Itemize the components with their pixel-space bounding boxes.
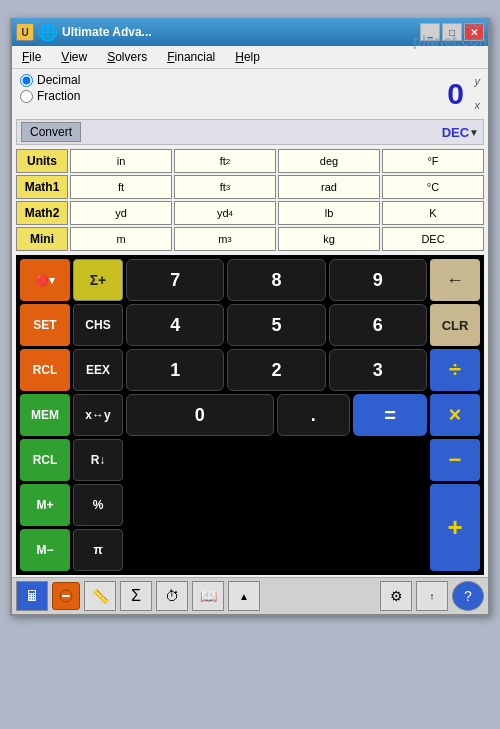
menu-bar: File View Solvers Financial Help <box>12 46 488 69</box>
btn-xy[interactable]: x↔y <box>73 394 123 436</box>
btn-multiply[interactable]: × <box>430 394 480 436</box>
btn-mem[interactable]: MEM <box>20 394 70 436</box>
unit-btn-m[interactable]: m <box>70 227 172 251</box>
unit-btn-degF[interactable]: °F <box>382 149 484 173</box>
btn-chs[interactable]: CHS <box>73 304 123 346</box>
toolbar-sigma[interactable]: Σ <box>120 581 152 611</box>
btn-rcl-left2[interactable]: RCL <box>20 439 70 481</box>
convert-bar: Convert DEC ▼ <box>16 119 484 145</box>
fraction-radio[interactable] <box>20 90 33 103</box>
toolbar-ruler[interactable]: 📏 <box>84 581 116 611</box>
convert-arrow: ▼ <box>469 127 479 138</box>
btn-divide[interactable]: ÷ <box>430 349 480 391</box>
unit-btn-degC[interactable]: °C <box>382 175 484 199</box>
display-area: Decimal Fraction 0 y x <box>12 69 488 117</box>
btn-set[interactable]: SET <box>20 304 70 346</box>
btn-7[interactable]: 7 <box>126 259 224 301</box>
minimize-button[interactable]: _ <box>420 23 440 41</box>
btn-4[interactable]: 4 <box>126 304 224 346</box>
unit-row-label-1: Math1 <box>16 175 68 199</box>
decimal-label: Decimal <box>37 73 80 87</box>
btn-3[interactable]: 3 <box>329 349 427 391</box>
decimal-radio[interactable] <box>20 74 33 87</box>
btn-2[interactable]: 2 <box>227 349 325 391</box>
btn-subtract[interactable]: − <box>430 439 480 481</box>
bottom-toolbar: 🖩 📏 Σ ⏱ 📖 ▲ ⚙ ↑ ? <box>12 577 488 614</box>
unit-btn-in[interactable]: in <box>70 149 172 173</box>
menu-help[interactable]: Help <box>229 48 266 66</box>
maximize-button[interactable]: □ <box>442 23 462 41</box>
btn-mminus[interactable]: M− <box>20 529 70 571</box>
btn-clr[interactable]: CLR <box>430 304 480 346</box>
unit-btn-deg[interactable]: deg <box>278 149 380 173</box>
close-button[interactable]: ✕ <box>464 23 484 41</box>
toolbar-timer[interactable]: ⏱ <box>156 581 188 611</box>
x-label: x <box>475 99 481 111</box>
app-icon: U <box>16 23 34 41</box>
toolbar-calculator[interactable]: 🖩 <box>16 581 48 611</box>
toolbar-arrow-up[interactable]: ↑ <box>416 581 448 611</box>
btn-backspace[interactable]: ← <box>430 259 480 301</box>
btn-add[interactable]: + <box>430 484 480 571</box>
unit-row-label-0: Units <box>16 149 68 173</box>
btn-eex[interactable]: EEX <box>73 349 123 391</box>
btn-mplus[interactable]: M+ <box>20 484 70 526</box>
y-label: y <box>475 75 481 87</box>
unit-row-label-2: Math2 <box>16 201 68 225</box>
unit-btn-m3[interactable]: m3 <box>174 227 276 251</box>
calculator-section: 🔴▾ SET RCL MEM RCL M+ M− Σ+ CHS EEX x↔y <box>16 255 484 575</box>
unit-btn-ft2[interactable]: ft2 <box>174 149 276 173</box>
btn-0[interactable]: 0 <box>126 394 274 436</box>
toolbar-settings[interactable]: ⚙ <box>380 581 412 611</box>
unit-row-label-3: Mini <box>16 227 68 251</box>
unit-grid: Units in ft2 deg °F Math1 ft ft3 rad °C … <box>12 147 488 253</box>
convert-button[interactable]: Convert <box>21 122 81 142</box>
btn-1[interactable]: 1 <box>126 349 224 391</box>
unit-btn-ft3[interactable]: ft3 <box>174 175 276 199</box>
unit-btn-rad[interactable]: rad <box>278 175 380 199</box>
toolbar-orange[interactable] <box>52 582 80 610</box>
btn-9[interactable]: 9 <box>329 259 427 301</box>
menu-financial[interactable]: Financial <box>161 48 221 66</box>
unit-btn-K[interactable]: K <box>382 201 484 225</box>
toolbar-book[interactable]: 📖 <box>192 581 224 611</box>
toolbar-triangle[interactable]: ▲ <box>228 581 260 611</box>
menu-file[interactable]: File <box>16 48 47 66</box>
unit-btn-yd4[interactable]: yd4 <box>174 201 276 225</box>
menu-solvers[interactable]: Solvers <box>101 48 153 66</box>
unit-btn-yd[interactable]: yd <box>70 201 172 225</box>
btn-sigma-plus[interactable]: Σ+ <box>73 259 123 301</box>
btn-dot[interactable]: . <box>277 394 351 436</box>
btn-pi[interactable]: π <box>73 529 123 571</box>
window-title: Ultimate Adva... <box>62 25 152 39</box>
display-value: 0 <box>447 77 464 111</box>
dec-display: DEC <box>442 125 469 140</box>
unit-btn-ft[interactable]: ft <box>70 175 172 199</box>
btn-rdown[interactable]: R↓ <box>73 439 123 481</box>
unit-btn-DEC[interactable]: DEC <box>382 227 484 251</box>
menu-view[interactable]: View <box>55 48 93 66</box>
title-bar: U 🌐 Ultimate Adva... _ □ ✕ <box>12 18 488 46</box>
fraction-label: Fraction <box>37 89 80 103</box>
btn-5[interactable]: 5 <box>227 304 325 346</box>
toolbar-help[interactable]: ? <box>452 581 484 611</box>
globe-icon: 🌐 <box>38 23 58 42</box>
btn-orange-fn[interactable]: 🔴▾ <box>20 259 70 301</box>
btn-percent[interactable]: % <box>73 484 123 526</box>
btn-6[interactable]: 6 <box>329 304 427 346</box>
btn-8[interactable]: 8 <box>227 259 325 301</box>
btn-equals[interactable]: = <box>353 394 427 436</box>
unit-btn-lb[interactable]: lb <box>278 201 380 225</box>
unit-btn-kg[interactable]: kg <box>278 227 380 251</box>
btn-rcl-left[interactable]: RCL <box>20 349 70 391</box>
